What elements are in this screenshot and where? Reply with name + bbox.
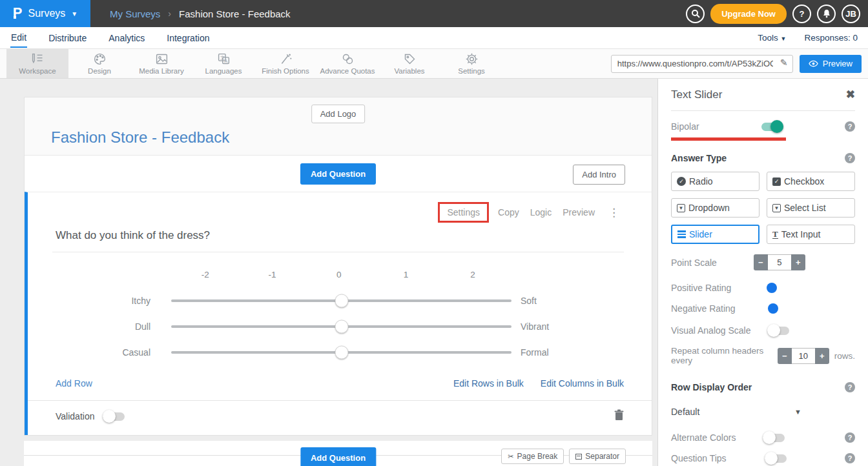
plus-button[interactable]: + [815,348,829,364]
toolbar-item-finish-options[interactable]: Finish Options [254,49,316,78]
separator-button[interactable]: Separator [569,449,626,464]
tab-integration[interactable]: Integration [166,28,210,47]
kebab-menu-icon[interactable]: ⋮ [606,207,622,218]
add-intro-button[interactable]: Add Intro [573,165,625,185]
slider-thumb[interactable] [335,320,348,334]
notifications-button[interactable] [817,5,836,23]
add-row-link[interactable]: Add Row [56,378,92,389]
chain-icon [341,52,355,66]
question-tips-toggle[interactable] [765,454,787,463]
product-menu[interactable]: P Surveys ▼ [0,0,90,27]
responses-count[interactable]: Responses: 0 [804,33,858,43]
row-display-order-select[interactable]: Default ▼ [671,407,801,417]
help-icon[interactable]: ? [845,121,855,132]
avatar[interactable]: JB [842,5,860,23]
add-question-button-bottom[interactable]: Add Question [300,447,376,466]
separator-icon [575,454,582,460]
survey-title[interactable]: Fashion Store - Feedback [51,128,229,147]
toolbar-item-media-library[interactable]: Media Library [130,49,192,78]
point-scale-value[interactable]: 5 [768,254,791,270]
answer-type-checkbox[interactable]: ✓ Checkbox [767,172,855,191]
visual-analog-toggle[interactable] [767,327,789,335]
close-icon[interactable]: ✖ [846,88,855,101]
question-action-logic[interactable]: Logic [530,207,552,218]
slider-thumb[interactable] [335,346,348,360]
validation-row: Validation [28,401,652,435]
answer-type-radio[interactable]: ✓ Radio [671,172,760,191]
add-question-row: Add Question Add Intro [25,156,652,192]
plus-button[interactable]: + [791,254,805,270]
slider-thumb[interactable] [335,294,348,308]
breadcrumb-survey-title: Fashion Store - Feedback [179,8,291,19]
toolbar-item-workspace[interactable]: Workspace [6,49,68,78]
edit-columns-bulk-link[interactable]: Edit Columns in Bulk [541,378,624,389]
page-break-button[interactable]: ✂ Page Break [501,449,564,464]
edit-rows-bulk-link[interactable]: Edit Rows in Bulk [453,378,524,389]
question-text[interactable]: What do you think of the dress? [56,229,624,242]
answer-type-select-list[interactable]: ▼ Select List [767,198,855,218]
negative-rating-label: Negative Rating [671,303,736,314]
answer-type-dropdown[interactable]: ▼ Dropdown [671,198,760,218]
toolbar-item-settings[interactable]: Settings [440,49,502,78]
toolbar-item-languages[interactable]: 文A Languages [192,49,254,78]
slider-track[interactable] [171,299,512,302]
alternate-colors-toggle[interactable] [763,434,785,442]
question-action-preview[interactable]: Preview [563,207,595,218]
question-divider [52,252,624,252]
top-bar: P Surveys ▼ My Surveys › Fashion Store -… [0,0,868,27]
breadcrumb-my-surveys[interactable]: My Surveys [110,8,160,19]
add-logo-button[interactable]: Add Logo [311,105,366,123]
question-settings-panel: Text Slider ✖ Bipolar ? Answer Type ? ✓ … [657,79,868,466]
survey-nav: Edit Distribute Analytics Integration To… [0,27,868,49]
slider-track[interactable] [171,325,512,328]
answer-type-text-input[interactable]: T Text Input [767,225,855,244]
help-icon[interactable]: ? [845,432,855,443]
repeat-headers-stepper: − 10 + [778,348,829,364]
question-action-copy[interactable]: Copy [498,207,519,218]
translate-icon: 文A [217,52,231,66]
scale-tick: 0 [336,270,342,279]
toolbar-item-variables[interactable]: Variables [378,49,440,78]
help-icon[interactable]: ? [845,382,855,392]
bipolar-toggle[interactable] [761,123,783,131]
answer-type-slider[interactable]: Slider [671,225,760,244]
trash-icon[interactable] [614,409,624,423]
negative-rating-color-swatch[interactable] [768,303,778,314]
slider-row-itchy-soft: Itchy Soft [28,288,652,314]
add-question-button-top[interactable]: Add Question [300,163,376,185]
positive-rating-color-swatch[interactable] [767,283,777,293]
question-action-settings[interactable]: Settings [438,202,489,223]
visual-analog-label: Visual Analog Scale [671,325,751,336]
questionpro-logo-icon: P [13,6,23,20]
bell-icon [822,9,831,18]
minus-button[interactable]: − [754,254,768,270]
slider-right-label: Vibrant [521,321,549,332]
breadcrumb-separator-icon: › [168,8,171,19]
toolbar-item-design[interactable]: Design [68,49,130,78]
row-display-order-label: Row Display Order [671,382,752,392]
select-list-icon: ▼ [772,204,781,212]
wand-icon [279,52,293,66]
pencil-icon[interactable]: ✎ [780,57,788,68]
tab-distribute[interactable]: Distribute [48,28,87,47]
tab-analytics[interactable]: Analytics [108,28,145,47]
search-button[interactable] [686,5,705,23]
slider-lines-icon [677,230,686,238]
validation-toggle[interactable] [103,412,125,421]
tab-edit[interactable]: Edit [10,28,27,48]
help-icon[interactable]: ? [845,153,855,163]
point-scale-label: Point Scale [671,258,717,268]
help-icon[interactable]: ? [845,453,855,463]
help-button[interactable]: ? [792,5,811,23]
preview-button[interactable]: Preview [800,55,862,73]
upgrade-now-button[interactable]: Upgrade Now [710,4,787,24]
topbar-actions: Upgrade Now ? JB [686,4,868,24]
minus-button[interactable]: − [778,348,792,364]
slider-left-label: Itchy [28,296,150,306]
toolbar-item-advance-quotas[interactable]: Advance Quotas [316,49,378,78]
tools-menu[interactable]: Tools ▼ [758,33,786,43]
repeat-headers-value[interactable]: 10 [792,348,815,364]
survey-url-input[interactable] [611,55,793,73]
slider-track[interactable] [171,351,512,354]
dropdown-caret-icon: ▼ [677,204,685,212]
